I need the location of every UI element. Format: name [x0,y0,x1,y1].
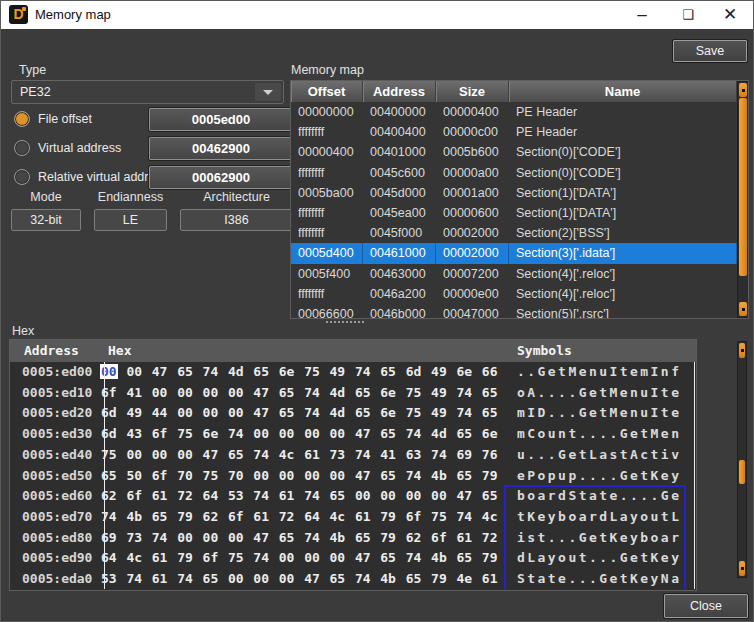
hex-byte[interactable]: 75 [176,424,201,445]
hex-byte[interactable]: 72 [278,507,303,528]
table-row[interactable]: ffffffff0045c60000000a00Section(0)['CODE… [291,163,737,183]
hex-byte[interactable]: 73 [125,528,150,549]
hex-byte[interactable]: 79 [481,466,506,487]
hex-byte[interactable]: 00 [329,424,354,445]
hex-byte[interactable]: 00 [303,548,328,569]
table-row[interactable]: 000000000040000000000400PE Header [291,102,737,122]
hex-byte[interactable]: 6f [405,507,430,528]
hex-byte[interactable]: 62 [202,507,227,528]
address-value-button[interactable]: 00062900 [149,166,293,189]
hex-byte[interactable]: 65 [278,383,303,404]
radio-button[interactable] [14,111,30,127]
endianness-button[interactable]: LE [94,209,167,231]
hex-byte[interactable]: 00 [176,403,201,424]
hex-byte[interactable]: 74 [252,548,277,569]
hex-byte[interactable]: 65 [278,528,303,549]
hex-byte[interactable]: 75 [303,362,328,383]
table-row[interactable]: 000666000046b00000047000Section(5)['.rsr… [291,304,737,319]
hex-byte[interactable]: 79 [379,528,404,549]
hex-byte[interactable]: 41 [379,445,404,466]
column-header-name[interactable]: Name [509,81,737,102]
hex-byte[interactable]: 00 [125,445,150,466]
scroll-down-icon[interactable] [739,302,747,316]
hex-byte[interactable]: 65 [481,403,506,424]
radio-button[interactable] [14,140,30,156]
hex-row[interactable]: 0005:ed306d436f756e74000000004765744d656… [10,424,696,445]
hex-byte[interactable]: 74 [227,424,252,445]
radio-button[interactable] [14,169,30,185]
hex-byte[interactable]: 4d [329,403,354,424]
hex-byte[interactable]: 47 [354,548,379,569]
column-header-size[interactable]: Size [436,81,509,102]
hex-byte[interactable]: 6e [379,403,404,424]
hex-byte[interactable]: 61 [278,486,303,507]
table-row[interactable]: ffffffff0045ea0000000600Section(1)['DATA… [291,203,737,223]
hex-byte[interactable]: 6f [430,528,455,549]
hex-byte[interactable]: 00 [329,548,354,569]
scrollbar-thumb[interactable] [739,98,747,276]
hex-byte[interactable]: 4c [481,507,506,528]
chevron-down-icon[interactable] [255,83,281,101]
hex-byte[interactable]: 00 [405,486,430,507]
hex-byte[interactable]: 70 [176,466,201,487]
hex-byte[interactable]: 61 [354,507,379,528]
hex-byte[interactable]: 47 [252,528,277,549]
hex-byte[interactable]: 65 [379,466,404,487]
address-value-button[interactable]: 0005ed00 [149,108,293,131]
hex-byte[interactable]: 65 [202,569,227,590]
hex-byte[interactable]: 49 [329,362,354,383]
hex-byte[interactable]: 00 [176,528,201,549]
hex-byte[interactable]: 69 [455,445,480,466]
hex-byte[interactable]: 74 [202,362,227,383]
hex-byte[interactable]: 61 [455,528,480,549]
hex-byte[interactable]: 4b [125,507,150,528]
hex-byte[interactable]: 74 [252,445,277,466]
hex-byte[interactable]: 6f [125,486,150,507]
hex-byte[interactable]: 79 [176,548,201,569]
hex-byte[interactable]: 00 [176,383,201,404]
hex-byte[interactable]: 00 [252,424,277,445]
hex-byte[interactable]: 79 [430,569,455,590]
hex-byte[interactable]: 65 [354,403,379,424]
hex-byte[interactable]: 00 [227,528,252,549]
hex-byte[interactable]: 74 [405,466,430,487]
hex-byte[interactable]: 47 [354,466,379,487]
hex-byte[interactable]: 79 [379,507,404,528]
hex-byte[interactable]: 00 [303,424,328,445]
table-row[interactable]: ffffffff0046a20000000e00Section(4)['.rel… [291,284,737,304]
hex-byte[interactable]: 65 [481,383,506,404]
hex-byte[interactable]: 65 [329,486,354,507]
hex-byte[interactable]: 6f [227,507,252,528]
hex-byte[interactable]: 4d [329,383,354,404]
hex-byte[interactable]: 65 [252,362,277,383]
hex-byte[interactable]: 65 [354,383,379,404]
hex-byte[interactable]: 6f [151,466,176,487]
maximize-icon[interactable]: ❑ [669,1,707,29]
hex-byte[interactable]: 6f [202,548,227,569]
radio-label[interactable]: Virtual address [38,137,121,160]
hex-byte[interactable]: 65 [379,548,404,569]
table-row[interactable]: ffffffff0040040000000c00PE Header [291,122,737,142]
hex-byte[interactable]: 4b [329,528,354,549]
hex-byte[interactable]: 00 [329,466,354,487]
hex-row[interactable]: 0005:ed0000004765744d656e754974656d496e6… [10,362,696,383]
hex-byte[interactable]: 61 [151,486,176,507]
hex-byte[interactable]: 65 [481,486,506,507]
hex-row[interactable]: 0005:ed206d49440000004765744d656e7549746… [10,403,696,424]
hex-byte[interactable]: 61 [151,548,176,569]
hex-byte[interactable]: 6d [405,362,430,383]
scrollbar-thumb[interactable] [739,460,745,484]
column-header-offset[interactable]: Offset [291,81,363,102]
hex-byte[interactable]: 61 [481,569,506,590]
hex-byte[interactable]: 6f [151,424,176,445]
address-value-button[interactable]: 00462900 [149,137,293,160]
hex-row[interactable]: 0005:ed106f41000000004765744d656e7549746… [10,383,696,404]
close-icon[interactable]: ✕ [711,1,749,29]
hex-byte[interactable]: 76 [481,445,506,466]
hex-byte[interactable]: 61 [303,445,328,466]
save-button[interactable]: Save [673,40,747,62]
hex-byte[interactable]: 74 [252,486,277,507]
hex-byte[interactable]: 63 [405,445,430,466]
hex-byte[interactable]: 00 [278,424,303,445]
scroll-up-icon[interactable] [739,343,745,358]
